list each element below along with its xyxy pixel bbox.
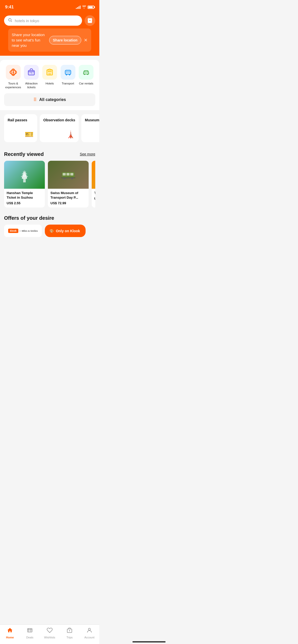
observation-icon: 🗼	[66, 130, 75, 139]
product-info-titanic: Titanic Belfast Tickets US$ 31.75	[92, 189, 95, 203]
sub-cat-rail-label: Rail passes	[8, 118, 34, 122]
category-tours[interactable]: Tours & experiences	[4, 65, 22, 89]
status-icons	[76, 5, 94, 9]
svg-rect-12	[48, 73, 51, 75]
cart-button[interactable]	[85, 15, 95, 26]
svg-rect-26	[23, 174, 26, 177]
hotels-label: Hotels	[46, 82, 54, 85]
product-card-hanshan[interactable]: Hanshan Temple Ticket in Suzhou US$ 2.55	[4, 161, 45, 208]
offers-section: Offers of your desire klook x Miles & Sm…	[0, 210, 99, 240]
location-banner: Share your location to see what's fun ne…	[8, 28, 91, 52]
signal-icon	[76, 5, 80, 9]
product-info-hanshan: Hanshan Temple Ticket in Suzhou US$ 2.55	[4, 189, 45, 208]
share-location-button[interactable]: Share location	[49, 36, 81, 45]
offers-card-area: klook x Miles & Smiles 🎨 Only on Klook	[4, 225, 95, 237]
sub-cat-rail[interactable]: Rail passes 🎫	[4, 114, 37, 142]
sub-cat-obs-label: Observation decks	[43, 118, 75, 122]
category-transport[interactable]: Transport	[59, 65, 77, 85]
sub-cat-museums-label: Museums	[85, 118, 99, 122]
svg-rect-23	[86, 71, 88, 73]
category-attraction[interactable]: Attraction tickets	[22, 65, 41, 89]
product-name-swiss: Swiss Museum of Transport Day P...	[50, 191, 86, 200]
hotels-icon	[42, 65, 57, 80]
tours-icon	[6, 65, 21, 80]
product-image-hanshan	[4, 161, 45, 189]
attraction-label: Attraction tickets	[22, 82, 41, 89]
klook-logo: klook	[8, 229, 18, 233]
transport-icon	[61, 65, 75, 80]
battery-icon	[88, 6, 94, 9]
header: hotels in tokyo Share your location to s…	[0, 13, 99, 56]
offer-partner-card[interactable]: klook x Miles & Smiles	[4, 225, 42, 237]
product-name-titanic: Titanic Belfast Tickets	[94, 191, 95, 195]
product-card-swiss[interactable]: Swiss Museum of Transport Day P... US$ 7…	[48, 161, 89, 208]
product-name-hanshan: Hanshan Temple Ticket in Suzhou	[7, 191, 42, 200]
product-card-titanic[interactable]: Titanic Belfast Tickets US$ 31.75	[92, 161, 95, 208]
svg-rect-11	[50, 71, 51, 72]
rail-icon: 🎫	[25, 130, 34, 139]
recently-viewed-cards: Hanshan Temple Ticket in Suzhou US$ 2.55…	[4, 161, 95, 208]
svg-point-21	[87, 74, 88, 75]
recently-viewed-section: Recently viewed See more Hanshan Temple …	[0, 146, 99, 210]
search-row: hotels in tokyo	[4, 15, 95, 26]
category-car[interactable]: Car rentals	[77, 65, 95, 85]
product-price-swiss: US$ 72.99	[50, 201, 86, 205]
svg-rect-31	[70, 173, 73, 175]
svg-point-20	[84, 74, 85, 75]
svg-rect-16	[68, 71, 70, 72]
transport-label: Transport	[62, 82, 74, 85]
svg-rect-22	[84, 71, 86, 73]
klook-btn-icon: 🎨	[49, 229, 54, 233]
wifi-icon	[82, 5, 86, 9]
status-time: 9:41	[5, 5, 14, 10]
sub-categories-row: Rail passes 🎫 Observation decks 🗼 Museum…	[0, 110, 99, 146]
product-info-swiss: Swiss Museum of Transport Day P... US$ 7…	[48, 189, 89, 208]
offers-title: Offers of your desire	[4, 215, 95, 221]
close-banner-button[interactable]: ✕	[84, 37, 88, 43]
svg-rect-30	[66, 173, 70, 175]
status-bar: 9:41	[0, 0, 99, 13]
recently-viewed-title: Recently viewed	[4, 151, 44, 157]
product-price-hanshan: US$ 2.55	[7, 201, 42, 205]
car-rentals-label: Car rentals	[79, 82, 93, 85]
sub-cat-museums[interactable]: Museums 🏛	[81, 114, 99, 142]
grid-icon: ⠿	[33, 97, 37, 103]
partner-name: Miles & Smiles	[22, 230, 38, 232]
svg-rect-25	[22, 177, 27, 179]
only-on-klook-button[interactable]: 🎨 Only on Klook	[45, 225, 86, 237]
search-placeholder: hotels in tokyo	[15, 19, 39, 23]
product-price-titanic: US$ 31.75	[94, 197, 95, 200]
product-image-titanic	[92, 161, 95, 189]
recently-viewed-header: Recently viewed See more	[4, 151, 95, 157]
partner-separator: x	[19, 229, 21, 232]
location-message: Share your location to see what's fun ne…	[12, 32, 47, 48]
tours-label: Tours & experiences	[4, 82, 22, 89]
see-more-button[interactable]: See more	[80, 152, 95, 156]
svg-rect-15	[66, 71, 68, 72]
product-image-swiss	[48, 161, 89, 189]
attraction-icon	[24, 65, 39, 80]
partner-logos: klook x Miles & Smiles	[8, 229, 38, 233]
svg-rect-27	[23, 172, 26, 174]
car-icon	[79, 65, 93, 80]
svg-rect-10	[49, 71, 50, 72]
only-klook-label: Only on Klook	[56, 229, 80, 233]
svg-rect-34	[61, 177, 75, 178]
svg-rect-9	[48, 71, 49, 72]
location-actions: Share location ✕	[49, 36, 88, 45]
all-categories-button[interactable]: ⠿ All categories	[4, 93, 95, 106]
category-hotels[interactable]: Hotels	[40, 65, 59, 85]
search-icon	[8, 18, 12, 23]
categories-section: Tours & experiences Attraction tickets	[0, 60, 99, 110]
all-categories-label: All categories	[39, 97, 66, 102]
sub-cat-observation[interactable]: Observation decks 🗼	[40, 114, 79, 142]
categories-grid: Tours & experiences Attraction tickets	[4, 65, 95, 89]
svg-rect-29	[63, 173, 66, 175]
svg-rect-24	[23, 179, 26, 182]
search-bar[interactable]: hotels in tokyo	[4, 16, 82, 26]
